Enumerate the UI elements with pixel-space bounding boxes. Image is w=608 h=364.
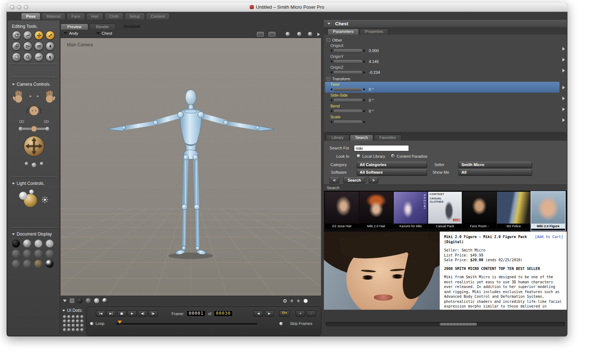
texture-ball-icon[interactable] (102, 298, 107, 303)
camera-dot-icon[interactable] (283, 299, 287, 302)
close-window-button[interactable] (10, 5, 14, 9)
param-group-transform[interactable]: Transform (324, 76, 567, 82)
result-thumbnail[interactable]: KAZUMIKazumi for Miki (394, 192, 427, 230)
current-frame-field[interactable]: 00001 (187, 310, 206, 317)
chevron-down-icon[interactable] (63, 300, 67, 302)
ui-dot[interactable] (72, 328, 75, 331)
display-style-wireframe[interactable] (34, 240, 42, 247)
ui-dot[interactable] (72, 315, 75, 318)
light-controls-widget[interactable] (10, 188, 58, 211)
ui-dot[interactable] (80, 328, 84, 331)
ui-dot[interactable] (80, 319, 84, 323)
display-style-flat-shaded[interactable] (23, 250, 31, 258)
tab-content[interactable]: Content (146, 13, 170, 20)
prev-keyframe-button[interactable]: ◀ (254, 310, 263, 317)
tab-library[interactable]: Library (326, 135, 349, 141)
collapse-triangle-icon[interactable] (12, 233, 15, 235)
dial-increment-icon[interactable] (363, 49, 365, 52)
display-style-smooth-lined[interactable] (23, 260, 31, 268)
preview-viewport[interactable]: Main Camera (60, 38, 321, 295)
scale-tool-icon[interactable] (12, 42, 21, 51)
param-value[interactable]: 4.145 (369, 59, 379, 64)
param-dial[interactable] (334, 60, 362, 63)
collapse-triangle-icon[interactable] (62, 310, 65, 312)
tab-cloth[interactable]: Cloth (104, 13, 124, 20)
loop-indicator-icon[interactable] (90, 322, 93, 325)
prev-page-button[interactable]: < (330, 177, 339, 183)
horizontal-scrollbar[interactable] (325, 322, 565, 326)
dial-decrement-icon[interactable] (330, 60, 332, 63)
dial-increment-icon[interactable] (363, 110, 365, 113)
translate-inout-tool-icon[interactable] (46, 31, 55, 40)
param-value[interactable]: 0.000 (369, 48, 379, 53)
dial-increment-icon[interactable] (363, 60, 365, 63)
dial-decrement-icon[interactable] (330, 71, 332, 74)
ui-dot[interactable] (63, 324, 66, 327)
camera-view-pane-icon[interactable] (257, 32, 264, 37)
display-style-smooth-shaded[interactable] (12, 260, 20, 268)
total-frames-field[interactable]: 00030 (214, 310, 233, 317)
display-style-hidden-line[interactable] (46, 240, 54, 247)
tab-setup[interactable]: Setup (124, 13, 145, 20)
ui-dot[interactable] (76, 315, 79, 318)
scrollbar-thumb[interactable] (439, 322, 477, 326)
figure-selector[interactable]: Andy (64, 31, 78, 35)
param-dial[interactable] (334, 99, 362, 102)
tab-material[interactable]: Material (41, 13, 66, 20)
ui-dot[interactable] (72, 319, 75, 323)
stop-button[interactable]: ■ (117, 310, 126, 317)
smooth-ball-icon[interactable] (94, 298, 99, 303)
tab-properties[interactable]: Properties (360, 29, 389, 35)
local-library-radio[interactable] (356, 154, 360, 158)
param-dial[interactable] (334, 120, 362, 124)
category-dropdown[interactable]: All Categories (357, 162, 427, 168)
param-expand-arrow[interactable] (562, 69, 565, 72)
trackball-mini-icon[interactable] (285, 31, 290, 37)
display-style-preview[interactable] (46, 260, 54, 268)
ui-dot[interactable] (63, 319, 66, 323)
param-expand-arrow[interactable] (562, 47, 565, 51)
param-expand-arrow[interactable] (562, 107, 565, 111)
local-library-option-label[interactable]: Local Library (362, 154, 385, 158)
result-thumbnail[interactable]: G2 Jessi Hair (325, 192, 359, 230)
ui-dot[interactable] (63, 315, 66, 318)
play-button[interactable]: ▶ (127, 310, 137, 317)
shadow-ball-icon[interactable] (86, 298, 91, 303)
color-tool-icon[interactable] (46, 42, 55, 51)
collapse-box-icon[interactable] (327, 77, 330, 80)
panel-expand-arrow[interactable] (317, 33, 320, 36)
collapse-triangle-icon[interactable] (12, 84, 15, 85)
param-dial[interactable] (334, 71, 362, 74)
collapse-triangle-icon[interactable] (328, 23, 330, 25)
add-to-cart-link[interactable]: [Add to Cart] (535, 234, 563, 240)
camera-dot-icon[interactable] (291, 300, 293, 302)
ui-dot[interactable] (72, 324, 75, 327)
ui-dot[interactable] (67, 315, 71, 318)
dial-decrement-icon[interactable] (330, 99, 332, 102)
tab-render[interactable]: Render (89, 24, 116, 30)
collapse-triangle-icon[interactable] (12, 183, 15, 185)
chain-break-tool-icon[interactable] (34, 42, 43, 51)
last-frame-button[interactable]: ▶| (106, 310, 116, 317)
translate-pull-tool-icon[interactable] (34, 31, 43, 40)
direct-manipulation-tool-icon[interactable] (46, 52, 55, 62)
tab-search[interactable]: Search (350, 135, 373, 141)
ui-dot[interactable] (67, 324, 71, 327)
multi-view-pane-icon[interactable] (269, 32, 275, 37)
ui-dot[interactable] (63, 328, 66, 331)
display-style-silhouette[interactable] (12, 240, 20, 247)
rotate-tool-icon[interactable] (12, 31, 21, 40)
add-keyframe-button[interactable]: + (296, 310, 305, 317)
ui-dot[interactable] (76, 328, 79, 331)
minimize-window-button[interactable] (17, 5, 21, 9)
skip-frames-indicator-icon[interactable] (279, 322, 283, 325)
tab-face[interactable]: Face (66, 13, 85, 20)
content-paradise-option-label[interactable]: Content Paradise (397, 154, 427, 158)
dial-decrement-icon[interactable] (330, 120, 332, 123)
param-value[interactable]: 0 ° (369, 87, 374, 92)
view-magnifier-tool-icon[interactable] (23, 52, 32, 62)
light-indicator-icon[interactable] (308, 31, 313, 37)
camera-controls-widget[interactable] (10, 89, 58, 172)
display-style-cartoon[interactable] (46, 250, 54, 258)
param-value[interactable]: 0 ° (369, 109, 374, 113)
